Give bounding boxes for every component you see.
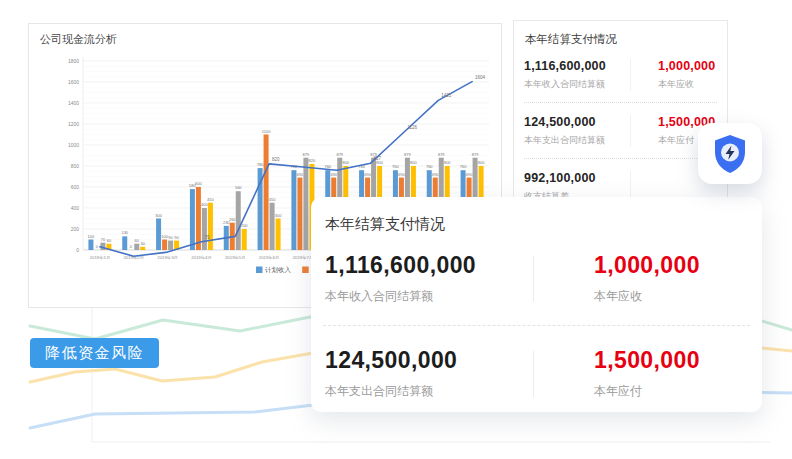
metric-value: 124,500,000: [325, 347, 533, 374]
detail-row-income: 1,116,600,000 本年收入合同结算额 1,000,000 本年应收: [323, 252, 750, 305]
metric-label: 本年应付: [594, 383, 700, 400]
summary-row-income: 1,116,600,000 本年收入合同结算额 1,000,000 本年应收: [524, 59, 717, 91]
metric-label: 本年应收: [658, 78, 715, 91]
svg-text:600: 600: [71, 184, 80, 190]
detail-receivable: 1,000,000 本年应收: [534, 252, 700, 305]
svg-text:690: 690: [297, 172, 304, 177]
svg-text:760: 760: [460, 164, 467, 169]
summary-expense-settled: 124,500,000 本年支出合同结算额: [524, 115, 631, 147]
detail-payable: 1,500,000 本年应付: [534, 347, 700, 400]
svg-text:1126: 1126: [407, 125, 417, 130]
svg-text:879: 879: [404, 152, 411, 157]
svg-text:1100: 1100: [262, 129, 271, 134]
svg-text:2019年5月: 2019年5月: [225, 255, 246, 260]
svg-text:计划收入: 计划收入: [265, 266, 292, 273]
svg-text:800: 800: [444, 160, 451, 165]
metric-value-red: 1,000,000: [594, 252, 700, 279]
svg-text:879: 879: [336, 152, 343, 157]
detail-row-expense: 124,500,000 本年支出合同结算额 1,500,000 本年应付: [323, 347, 750, 400]
svg-text:90: 90: [174, 235, 179, 240]
metric-label: 本年支出合同结算额: [325, 383, 533, 400]
svg-text:820: 820: [309, 158, 316, 163]
svg-text:690: 690: [364, 172, 371, 177]
detail-income-settled: 1,116,600,000 本年收入合同结算额: [323, 252, 533, 305]
svg-text:2019年4月: 2019年4月: [191, 255, 212, 260]
svg-text:827: 827: [374, 156, 382, 161]
svg-text:1000: 1000: [68, 142, 79, 148]
svg-text:70: 70: [101, 237, 106, 242]
svg-text:760: 760: [392, 164, 399, 169]
svg-text:690: 690: [398, 172, 405, 177]
svg-text:300: 300: [155, 213, 162, 218]
settlement-detail-card: 本年结算支付情况 1,116,600,000 本年收入合同结算额 1,000,0…: [311, 197, 762, 412]
svg-text:879: 879: [438, 152, 445, 157]
metric-value: 1,116,600,000: [325, 252, 533, 279]
svg-text:800: 800: [342, 160, 349, 165]
svg-text:600: 600: [195, 181, 202, 186]
svg-text:1800: 1800: [68, 58, 79, 64]
svg-text:560: 560: [235, 185, 242, 190]
svg-text:879: 879: [472, 152, 479, 157]
svg-text:450: 450: [269, 197, 276, 202]
svg-text:200: 200: [241, 223, 248, 228]
svg-text:100: 100: [88, 234, 95, 239]
summary-panel-title: 本年结算支付情况: [525, 32, 717, 47]
svg-text:30: 30: [141, 241, 146, 246]
detail-expense-settled: 124,500,000 本年支出合同结算额: [323, 347, 533, 400]
svg-text:820: 820: [272, 157, 280, 162]
dotted-divider: [524, 102, 717, 103]
svg-text:60: 60: [107, 238, 112, 243]
svg-text:1600: 1600: [68, 79, 79, 85]
svg-text:260: 260: [229, 217, 236, 222]
svg-text:400: 400: [71, 205, 80, 211]
svg-text:300: 300: [275, 213, 282, 218]
svg-text:1400: 1400: [68, 100, 79, 106]
svg-text:800: 800: [410, 160, 417, 165]
dotted-divider: [524, 158, 717, 159]
svg-text:800: 800: [478, 160, 485, 165]
svg-text:0: 0: [76, 247, 79, 253]
summary-row-expense: 124,500,000 本年支出合同结算额 1,500,000 本年应付: [524, 115, 717, 147]
svg-text:1604: 1604: [475, 75, 486, 80]
metric-label: 本年支出合同结算额: [524, 134, 630, 147]
svg-text:2019年1月: 2019年1月: [90, 255, 111, 260]
svg-text:879: 879: [303, 152, 310, 157]
svg-text:200: 200: [71, 226, 80, 232]
shield-bolt-icon: [710, 133, 750, 175]
chart-title: 公司现金流分析: [40, 32, 117, 47]
metric-label: 本年收入合同结算额: [524, 78, 630, 91]
metric-label: 本年收入合同结算额: [325, 288, 533, 305]
metric-label: 本年应收: [594, 288, 700, 305]
detail-card-title: 本年结算支付情况: [325, 215, 750, 234]
svg-text:90: 90: [168, 235, 173, 240]
summary-receivable: 1,000,000 本年应收: [631, 59, 715, 91]
svg-text:400: 400: [201, 202, 208, 207]
svg-text:79: 79: [204, 235, 210, 240]
shield-card: [698, 123, 762, 184]
metric-value: 992,100,000: [524, 171, 630, 185]
svg-text:1200: 1200: [68, 121, 79, 127]
svg-text:690: 690: [330, 172, 337, 177]
svg-text:2019年3月: 2019年3月: [157, 255, 178, 260]
svg-text:1425: 1425: [441, 93, 452, 98]
metric-value-red: 1,000,000: [658, 59, 715, 73]
svg-text:450: 450: [207, 197, 214, 202]
svg-text:130: 130: [121, 230, 128, 235]
metric-value: 1,116,600,000: [524, 59, 630, 73]
risk-badge[interactable]: 降低资金风险: [30, 338, 159, 368]
svg-text:690: 690: [432, 172, 439, 177]
metric-value: 124,500,000: [524, 115, 630, 129]
metric-value-red: 1,500,000: [594, 347, 700, 374]
dashed-divider: [323, 325, 750, 326]
svg-text:800: 800: [71, 163, 80, 169]
svg-text:2019年6月: 2019年6月: [259, 255, 280, 260]
svg-text:690: 690: [466, 172, 473, 177]
svg-text:60: 60: [135, 238, 140, 243]
svg-text:780: 780: [257, 162, 264, 167]
svg-text:760: 760: [426, 164, 433, 169]
summary-income-settled: 1,116,600,000 本年收入合同结算额: [524, 59, 631, 91]
